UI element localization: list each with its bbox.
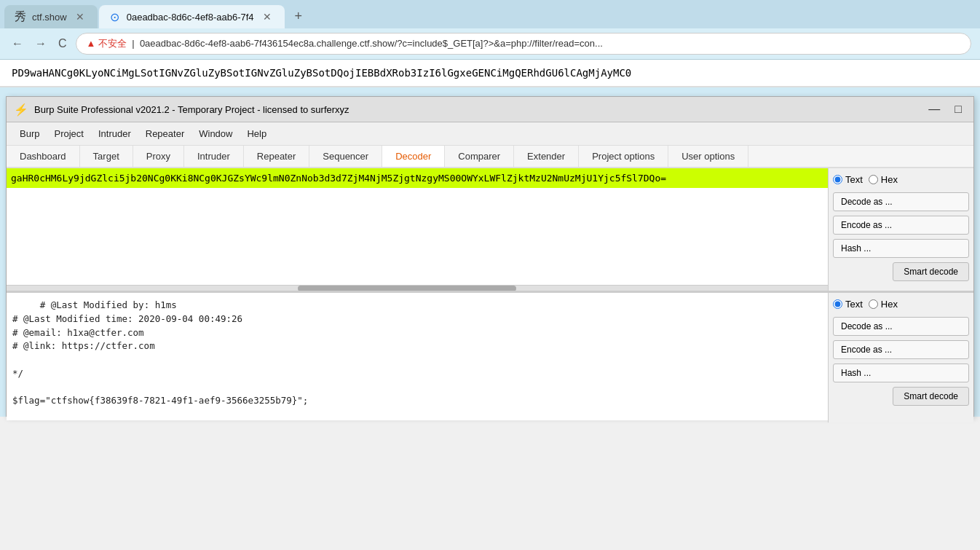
tab-project-options[interactable]: Project options bbox=[579, 146, 668, 167]
decoder-bottom-output[interactable]: # @Last Modified by: h1ms # @Last Modifi… bbox=[7, 293, 828, 420]
decoder-top-input-container: gaHR0cHM6Ly9jdGZlci5jb20NCg0KKi8NCg0KJGZ… bbox=[7, 168, 828, 291]
browser-window: 秀 ctf.show ✕ ⊙ 0aeadbac-8d6c-4ef8-aab6-7… bbox=[0, 0, 980, 417]
ctf-tab-label: ctf.show bbox=[32, 12, 67, 23]
bottom-text-radio[interactable] bbox=[833, 299, 842, 309]
tab-burp[interactable]: ⊙ 0aeadbac-8d6c-4ef8-aab6-7f4 ✕ bbox=[99, 5, 285, 28]
menu-help[interactable]: Help bbox=[240, 125, 274, 142]
menu-repeater[interactable]: Repeater bbox=[138, 125, 191, 142]
url-text: 0aeadbac-8d6c-4ef8-aab6-7f436154ec8a.cha… bbox=[140, 38, 603, 49]
ctf-favicon: 秀 bbox=[15, 11, 26, 23]
tab-bar: 秀 ctf.show ✕ ⊙ 0aeadbac-8d6c-4ef8-aab6-7… bbox=[0, 0, 980, 28]
bottom-text-radio-label[interactable]: Text bbox=[833, 299, 863, 310]
top-smart-decode-button[interactable]: Smart decode bbox=[893, 262, 969, 281]
url-bar[interactable]: ▲ 不安全 | 0aeadbac-8d6c-4ef8-aab6-7f436154… bbox=[76, 33, 971, 55]
decoder-bottom-input-container: # @Last Modified by: h1ms # @Last Modifi… bbox=[7, 293, 828, 423]
tab-dashboard[interactable]: Dashboard bbox=[7, 146, 80, 167]
burp-menu-bar: Burp Project Intruder Repeater Window He… bbox=[7, 122, 973, 146]
top-decode-as-button[interactable]: Decode as ... bbox=[833, 192, 969, 211]
page-base64-text: PD9waHANCg0KLyoNCiMgLSotIGNvZGluZyBSotIG… bbox=[12, 67, 631, 79]
tab-comparer[interactable]: Comparer bbox=[445, 146, 514, 167]
burp-title-bar: ⚡ Burp Suite Professional v2021.2 - Temp… bbox=[7, 97, 973, 122]
burp-window: ⚡ Burp Suite Professional v2021.2 - Temp… bbox=[6, 96, 974, 417]
maximize-button[interactable]: □ bbox=[950, 101, 966, 117]
tab-ctf[interactable]: 秀 ctf.show ✕ bbox=[4, 5, 98, 28]
decoder-top-input[interactable]: gaHR0cHM6Ly9jdGZlci5jb20NCg0KKi8NCg0KJGZ… bbox=[7, 168, 828, 188]
decoder-top-section: gaHR0cHM6Ly9jdGZlci5jb20NCg0KKi8NCg0KJGZ… bbox=[7, 168, 973, 293]
bottom-hex-radio[interactable] bbox=[869, 299, 878, 309]
page-content: PD9waHANCg0KLyoNCiMgLSotIGNvZGluZyBSotIG… bbox=[0, 60, 980, 87]
bottom-decode-as-button[interactable]: Decode as ... bbox=[833, 317, 969, 336]
ctf-tab-close[interactable]: ✕ bbox=[73, 9, 87, 24]
bottom-encode-as-button[interactable]: Encode as ... bbox=[833, 340, 969, 359]
back-button[interactable]: ← bbox=[9, 34, 26, 53]
burp-tabs: Dashboard Target Proxy Intruder Repeater… bbox=[7, 146, 973, 168]
decoder-area: gaHR0cHM6Ly9jdGZlci5jb20NCg0KKi8NCg0KJGZ… bbox=[7, 168, 973, 416]
tab-repeater[interactable]: Repeater bbox=[244, 146, 309, 167]
tab-sequencer[interactable]: Sequencer bbox=[309, 146, 382, 167]
reload-button[interactable]: C bbox=[55, 34, 70, 53]
burp-win-controls: — □ bbox=[924, 101, 966, 117]
burp-logo-icon: ⚡ bbox=[14, 103, 28, 117]
security-icon: ▲ 不安全 bbox=[87, 38, 127, 49]
burp-favicon: ⊙ bbox=[109, 11, 121, 23]
bottom-smart-decode-button[interactable]: Smart decode bbox=[893, 387, 969, 406]
scroll-bar[interactable] bbox=[7, 285, 828, 291]
add-tab-button[interactable]: + bbox=[286, 4, 312, 28]
menu-burp[interactable]: Burp bbox=[12, 125, 47, 142]
decoder-top-controls: Text Hex Decode as ... Encode as ... Has… bbox=[828, 168, 973, 291]
bottom-radio-row: Text Hex bbox=[833, 299, 969, 310]
scroll-thumb[interactable] bbox=[298, 286, 516, 291]
menu-window[interactable]: Window bbox=[191, 125, 240, 142]
menu-intruder[interactable]: Intruder bbox=[91, 125, 138, 142]
burp-title-text: Burp Suite Professional v2021.2 - Tempor… bbox=[34, 104, 349, 115]
nav-bar: ← → C ▲ 不安全 | 0aeadbac-8d6c-4ef8-aab6-7f… bbox=[0, 28, 980, 60]
decoder-bottom-section: # @Last Modified by: h1ms # @Last Modifi… bbox=[7, 293, 973, 423]
menu-project[interactable]: Project bbox=[47, 125, 90, 142]
burp-title-left: ⚡ Burp Suite Professional v2021.2 - Temp… bbox=[14, 103, 349, 117]
top-text-radio[interactable] bbox=[833, 175, 842, 184]
decoder-bottom-controls: Text Hex Decode as ... Encode as ... Has… bbox=[828, 293, 973, 423]
forward-button[interactable]: → bbox=[32, 34, 50, 53]
top-hex-radio[interactable] bbox=[869, 175, 878, 184]
tab-user-options[interactable]: User options bbox=[668, 146, 748, 167]
tab-target[interactable]: Target bbox=[80, 146, 133, 167]
bottom-hash-button[interactable]: Hash ... bbox=[833, 364, 969, 382]
tab-decoder[interactable]: Decoder bbox=[382, 146, 445, 168]
top-text-radio-label[interactable]: Text bbox=[833, 174, 863, 185]
burp-tab-label: 0aeadbac-8d6c-4ef8-aab6-7f4 bbox=[127, 12, 254, 23]
top-radio-row: Text Hex bbox=[833, 174, 969, 185]
top-encode-as-button[interactable]: Encode as ... bbox=[833, 216, 969, 235]
tab-extender[interactable]: Extender bbox=[514, 146, 579, 167]
top-hash-button[interactable]: Hash ... bbox=[833, 239, 969, 258]
top-hex-radio-label[interactable]: Hex bbox=[869, 174, 898, 185]
bottom-hex-radio-label[interactable]: Hex bbox=[869, 299, 898, 310]
tab-intruder[interactable]: Intruder bbox=[184, 146, 244, 167]
minimize-button[interactable]: — bbox=[924, 101, 944, 117]
burp-tab-close[interactable]: ✕ bbox=[260, 9, 274, 24]
tab-proxy[interactable]: Proxy bbox=[133, 146, 184, 167]
